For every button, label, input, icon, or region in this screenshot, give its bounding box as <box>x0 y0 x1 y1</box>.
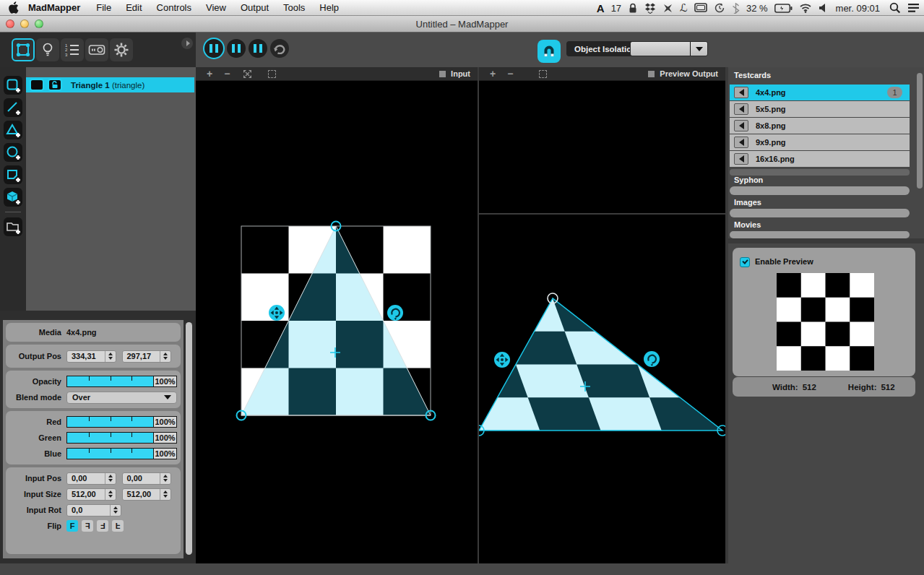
stepper-arrows[interactable] <box>110 505 121 516</box>
window-titlebar[interactable]: Untitled – MadMapper <box>0 16 924 33</box>
output-pos-y-field[interactable]: 297,17 <box>122 350 172 363</box>
add-line-button[interactable] <box>4 98 22 117</box>
pause-input-button[interactable] <box>227 39 246 58</box>
stepper-arrows[interactable] <box>160 473 170 484</box>
stepper-arrows[interactable] <box>160 351 170 362</box>
add-triangle-button[interactable] <box>4 121 22 139</box>
movies-empty-list[interactable] <box>730 231 910 238</box>
apple-menu-icon[interactable] <box>9 1 20 14</box>
slider-track[interactable] <box>67 449 154 459</box>
menu-item-controls[interactable]: Controls <box>150 0 199 16</box>
menu-item-file[interactable]: File <box>89 0 118 16</box>
time-machine-icon[interactable] <box>714 1 725 14</box>
testcard-eject-button[interactable] <box>734 103 748 115</box>
zoom-out-button[interactable]: − <box>507 67 513 81</box>
rotate-handle-button[interactable] <box>387 305 403 321</box>
testcard-row-9x9[interactable]: 9x9.png <box>730 134 910 150</box>
syphon-empty-list[interactable] <box>730 186 910 195</box>
menu-item-help[interactable]: Help <box>312 0 346 16</box>
add-ellipse-button[interactable] <box>4 143 22 162</box>
stepper-arrows[interactable] <box>105 473 116 484</box>
master-dropdown[interactable] <box>630 41 708 56</box>
pause-all-button[interactable] <box>204 39 223 58</box>
menu-clock[interactable]: mer. 09:01 <box>836 3 880 14</box>
preview-output-pane[interactable]: + − Preview Output <box>479 67 725 563</box>
input-canvas[interactable] <box>196 81 478 563</box>
keyboard-layout-icon[interactable]: A <box>597 1 605 14</box>
red-slider[interactable]: 100% <box>66 416 177 428</box>
opacity-slider[interactable]: 100% <box>66 376 177 387</box>
script-launcher-icon[interactable]: ℒ <box>680 1 688 14</box>
blue-slider[interactable]: 100% <box>66 448 177 459</box>
pause-output-button[interactable] <box>249 39 267 58</box>
testcard-row-4x4[interactable]: 4x4.png 1 <box>730 85 910 100</box>
panel-disclosure-button[interactable] <box>181 38 193 49</box>
enable-preview-checkbox[interactable] <box>740 257 750 267</box>
rotate-handle-button[interactable] <box>644 351 660 367</box>
volume-icon[interactable] <box>819 1 826 14</box>
flip-horizontal-button[interactable]: F <box>82 520 93 532</box>
input-size-x-field[interactable]: 512,00 <box>66 488 116 501</box>
surface-visibility-checkbox[interactable] <box>30 79 44 91</box>
stepper-arrows[interactable] <box>160 489 170 500</box>
properties-scrollbar[interactable] <box>186 322 192 555</box>
flip-normal-button[interactable]: F <box>66 520 78 532</box>
move-handle-button[interactable] <box>269 305 285 321</box>
wifi-icon[interactable] <box>799 1 812 14</box>
undo-button[interactable] <box>270 39 289 58</box>
testcards-scrollbar[interactable] <box>917 73 923 189</box>
menu-item-view[interactable]: View <box>199 0 233 16</box>
slider-track[interactable] <box>67 433 154 443</box>
add-quad-button[interactable] <box>4 76 22 95</box>
zoom-out-button[interactable]: − <box>224 67 230 81</box>
blend-mode-dropdown[interactable]: Over <box>66 392 177 404</box>
selection-bounds-button[interactable] <box>268 70 276 78</box>
images-empty-list[interactable] <box>730 209 910 217</box>
testcard-eject-button[interactable] <box>734 137 748 148</box>
green-slider[interactable]: 100% <box>66 432 177 444</box>
spotlight-icon[interactable] <box>889 1 901 14</box>
surface-row-selected[interactable]: Triangle 1 (triangle) <box>26 77 194 92</box>
panel-section-divider[interactable] <box>728 238 924 243</box>
slider-track[interactable] <box>67 417 154 427</box>
testcard-eject-button[interactable] <box>734 87 748 98</box>
display-icon[interactable] <box>694 1 707 14</box>
testcard-row-16x16[interactable]: 16x16.png <box>730 151 910 167</box>
testcard-row-8x8[interactable]: 8x8.png <box>730 118 910 134</box>
add-mask-button[interactable] <box>4 165 22 184</box>
zoom-in-button[interactable]: + <box>490 67 496 81</box>
zoom-in-button[interactable]: + <box>207 67 212 81</box>
selection-bounds-button[interactable] <box>539 70 547 78</box>
antivirus-icon[interactable] <box>662 1 673 14</box>
battery-icon[interactable] <box>774 1 793 14</box>
input-size-y-field[interactable]: 512,00 <box>122 488 172 501</box>
input-view-pane[interactable]: + − Input <box>196 67 478 563</box>
snap-magnet-button[interactable] <box>537 40 561 63</box>
menu-item-output[interactable]: Output <box>233 0 276 16</box>
testcard-eject-button[interactable] <box>734 120 748 131</box>
bluetooth-icon[interactable] <box>732 1 740 14</box>
surfaces-tool-button[interactable] <box>12 38 35 61</box>
testcard-row-5x5[interactable]: 5x5.png <box>730 101 910 117</box>
input-pos-x-field[interactable]: 0,00 <box>66 472 116 485</box>
dropbox-icon[interactable] <box>644 1 656 14</box>
output-pos-x-field[interactable]: 334,31 <box>66 350 116 363</box>
menu-item-tools[interactable]: Tools <box>276 0 312 16</box>
flip-vertical-button[interactable]: F <box>112 520 124 532</box>
output-canvas[interactable] <box>479 81 725 563</box>
dropdown-arrow[interactable] <box>690 42 707 56</box>
menu-item-edit[interactable]: Edit <box>118 0 149 16</box>
flip-both-button[interactable]: F <box>97 520 108 532</box>
menu-item-app[interactable]: MadMapper <box>20 0 89 16</box>
add-group-button[interactable] <box>4 217 22 236</box>
slider-track[interactable] <box>67 376 154 386</box>
input-rot-field[interactable]: 0,0 <box>66 504 121 516</box>
output-setup-tool-button[interactable] <box>85 38 108 61</box>
hotspot-lock-icon[interactable] <box>628 1 638 14</box>
fixtures-tool-button[interactable] <box>36 38 59 61</box>
stepper-arrows[interactable] <box>105 489 116 500</box>
input-pos-y-field[interactable]: 0,00 <box>122 472 172 485</box>
move-handle-button[interactable] <box>494 352 510 368</box>
notification-center-icon[interactable] <box>907 1 920 14</box>
add-3d-object-button[interactable] <box>4 188 22 207</box>
